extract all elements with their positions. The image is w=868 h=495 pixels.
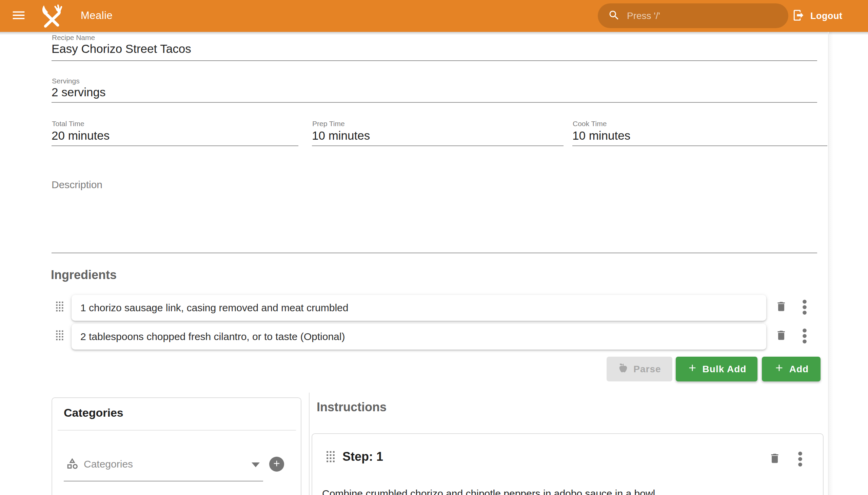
shapes-icon [66, 457, 79, 471]
description-textarea[interactable] [52, 190, 817, 252]
menu-down-icon [252, 462, 260, 467]
ingredient-options-button[interactable] [802, 300, 807, 316]
plus-icon [774, 362, 785, 376]
instructions-heading: Instructions [317, 400, 387, 414]
logout-label: Logout [810, 11, 842, 21]
prep-time-field[interactable]: 10 minutes [312, 129, 370, 142]
total-time-underline [52, 146, 299, 146]
apple-icon [618, 362, 629, 376]
app-bar: Mealie Logout [0, 0, 868, 32]
cook-time-label: Cook Time [573, 120, 607, 128]
prep-time-label: Prep Time [312, 120, 345, 128]
categories-card: Categories Categories [52, 397, 302, 495]
ingredient-options-button[interactable] [802, 328, 807, 345]
recipe-name-label: Recipe Name [52, 34, 95, 42]
delete-ingredient-button[interactable] [775, 328, 787, 344]
search-input[interactable] [626, 10, 785, 22]
ingredient-text: 2 tablespoons chopped fresh cilantro, or… [80, 331, 345, 342]
step-card: Step: 1 Combine crumbled chorizo and chi… [311, 433, 823, 495]
trash-icon [775, 309, 787, 315]
plus-icon [272, 459, 282, 470]
recipe-editor-page: Mealie Logout Recipe Name Easy Chorizo S… [0, 0, 868, 495]
menu-icon [11, 7, 27, 24]
trash-icon [769, 461, 781, 467]
add-button[interactable]: Add [762, 357, 820, 381]
prep-time-underline [312, 146, 563, 146]
ingredients-heading: Ingredients [51, 268, 117, 282]
delete-ingredient-button[interactable] [775, 299, 787, 315]
step-title: Step: 1 [342, 449, 383, 464]
bulk-add-button[interactable]: Bulk Add [676, 357, 758, 381]
parse-button[interactable]: Parse [607, 357, 673, 381]
categories-select-underline [64, 481, 263, 481]
servings-underline [52, 102, 817, 103]
delete-step-button[interactable] [769, 451, 781, 467]
servings-label: Servings [52, 77, 80, 85]
add-category-button[interactable] [269, 457, 284, 472]
drag-handle-icon[interactable] [56, 330, 64, 341]
categories-select-placeholder: Categories [84, 458, 133, 470]
total-time-label: Total Time [52, 120, 84, 128]
drag-handle-icon[interactable] [326, 451, 334, 462]
kebab-menu-icon [802, 339, 807, 344]
recipe-name-underline [52, 61, 817, 61]
app-logo-icon [39, 4, 64, 29]
kebab-menu-icon [798, 462, 803, 467]
categories-select[interactable]: Categories [52, 452, 290, 483]
kebab-menu-icon [802, 310, 807, 315]
search-bar[interactable] [598, 3, 788, 28]
drag-handle-icon[interactable] [56, 302, 64, 312]
search-icon [608, 9, 620, 23]
menu-button[interactable] [10, 7, 28, 25]
app-title: Mealie [81, 10, 113, 22]
logout-button[interactable]: Logout [792, 0, 842, 32]
recipe-name-field[interactable]: Easy Chorizo Street Tacos [52, 42, 191, 56]
bulk-add-label: Bulk Add [702, 364, 747, 375]
total-time-field[interactable]: 20 minutes [52, 129, 109, 142]
plus-icon [687, 362, 698, 376]
step-options-button[interactable] [798, 451, 803, 468]
description-underline [52, 253, 817, 253]
servings-field[interactable]: 2 servings [52, 85, 106, 99]
ingredient-input[interactable]: 1 chorizo sausage link, casing removed a… [71, 295, 766, 321]
header-shadow [0, 32, 868, 35]
cook-time-underline [572, 146, 827, 146]
parse-label: Parse [633, 364, 661, 375]
trash-icon [775, 338, 787, 344]
categories-title: Categories [64, 406, 123, 420]
logout-icon [792, 9, 805, 23]
card-divider [58, 430, 296, 431]
cook-time-field[interactable]: 10 minutes [572, 129, 630, 142]
content-right-shade [829, 32, 833, 495]
column-divider [309, 393, 310, 495]
ingredient-input[interactable]: 2 tablespoons chopped fresh cilantro, or… [71, 324, 766, 349]
ingredient-text: 1 chorizo sausage link, casing removed a… [80, 302, 348, 313]
add-label: Add [789, 364, 809, 375]
description-label: Description [52, 179, 102, 190]
step-text-input[interactable]: Combine crumbled chorizo and chipotle pe… [322, 487, 807, 495]
